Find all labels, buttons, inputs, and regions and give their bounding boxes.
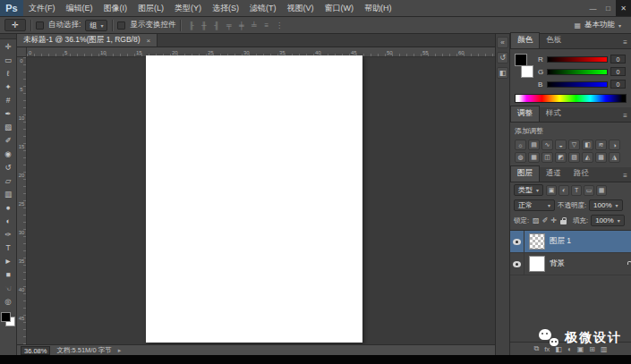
hue-saturation-icon[interactable]: ◧ <box>582 140 593 150</box>
channel-value-field[interactable]: 0 <box>610 80 626 89</box>
workspace-switcher[interactable]: ▦ 基本功能 ▾ <box>568 20 627 30</box>
clone-stamp-tool[interactable]: ◉ <box>0 147 17 160</box>
blend-mode-dropdown[interactable]: 正常 ▾ <box>514 199 555 211</box>
fill-dropdown[interactable]: 100% ▾ <box>591 215 624 226</box>
document-canvas[interactable] <box>146 55 362 343</box>
type-tool[interactable]: T <box>0 241 17 254</box>
path-selection-tool[interactable]: ► <box>0 254 17 267</box>
visibility-cell[interactable] <box>510 253 524 275</box>
document-tab[interactable]: 未标题-1 @ 36.1%(图层 1, RGB/8) × <box>17 34 158 47</box>
hand-tool[interactable]: ☜ <box>0 281 17 294</box>
eraser-tool[interactable]: ▱ <box>0 174 17 187</box>
channel-slider[interactable] <box>547 56 608 63</box>
filter-adjustment-layers-icon[interactable]: ◐ <box>559 185 569 196</box>
menu-item[interactable]: 图层(L) <box>132 0 169 16</box>
layer-thumbnail[interactable] <box>529 256 545 272</box>
brightness-contrast-icon[interactable]: ☼ <box>515 140 526 150</box>
zoom-level-field[interactable]: 36.08% <box>21 346 50 355</box>
tab-adjustments[interactable]: 调整 <box>510 106 540 122</box>
tab-channels[interactable]: 通道 <box>540 166 567 182</box>
menu-item[interactable]: 编辑(E) <box>61 0 98 16</box>
layer-thumbnail[interactable] <box>529 233 545 250</box>
align-middle-icon[interactable]: ╪ <box>235 20 247 31</box>
minimize-icon[interactable]: — <box>585 0 601 16</box>
menu-item[interactable]: 图像(I) <box>98 0 133 16</box>
selective-color-icon[interactable]: ◮ <box>609 152 620 163</box>
eyedropper-tool[interactable]: ✒ <box>0 106 17 120</box>
align-left-icon[interactable]: ╟ <box>185 20 197 31</box>
move-tool[interactable]: ✛ <box>0 39 17 53</box>
tab-paths[interactable]: 路径 <box>567 166 595 182</box>
distribute-vertical-icon[interactable]: ⋮ <box>273 20 285 31</box>
ruler-origin[interactable] <box>17 47 27 57</box>
vibrance-icon[interactable]: ▽ <box>568 140 580 150</box>
blur-tool[interactable]: ● <box>0 200 17 214</box>
invert-icon[interactable]: ◩ <box>555 152 567 163</box>
tab-layers[interactable]: 图层 <box>510 165 540 182</box>
color-spectrum-ramp[interactable] <box>515 94 627 103</box>
menu-item[interactable]: 类型(Y) <box>169 0 207 16</box>
close-icon[interactable]: ✕ <box>616 0 631 16</box>
filter-smart-objects-icon[interactable]: ▦ <box>596 185 607 196</box>
align-top-icon[interactable]: ╤ <box>223 20 234 31</box>
color-balance-icon[interactable]: ≋ <box>595 140 607 150</box>
layer-row-background[interactable]: 背景 <box>510 253 631 275</box>
lock-position-icon[interactable]: ✛ <box>550 216 558 224</box>
filter-pixel-layers-icon[interactable]: ▣ <box>546 185 557 196</box>
layer-row-layer-1[interactable]: 图层 1 <box>510 231 631 253</box>
healing-brush-tool[interactable]: ▧ <box>0 120 17 133</box>
filter-shape-layers-icon[interactable]: ▭ <box>584 185 594 196</box>
foreground-color-swatch[interactable] <box>515 54 527 66</box>
foreground-color-swatch[interactable] <box>1 312 11 322</box>
threshold-icon[interactable]: ◭ <box>582 152 593 163</box>
distribute-horizontal-icon[interactable]: ≡ <box>260 20 272 31</box>
vertical-ruler[interactable]: 051015202530354045 <box>17 57 27 344</box>
opacity-dropdown[interactable]: 100% ▾ <box>589 199 622 211</box>
channel-slider[interactable] <box>547 81 608 88</box>
channel-value-field[interactable]: 0 <box>610 67 626 76</box>
curves-icon[interactable]: ∿ <box>541 140 553 150</box>
tab-color[interactable]: 颜色 <box>510 32 540 48</box>
levels-icon[interactable]: ▤ <box>528 140 540 150</box>
zoom-tool[interactable]: ◎ <box>0 294 17 308</box>
lock-all-icon[interactable] <box>560 220 567 224</box>
show-transform-checkbox[interactable] <box>117 21 125 30</box>
layer-filter-dropdown[interactable]: 类型 ▾ <box>514 184 543 196</box>
color-lookup-icon[interactable]: ◫ <box>541 152 553 163</box>
menu-item[interactable]: 滤镜(T) <box>244 0 282 16</box>
quick-selection-tool[interactable]: ✦ <box>0 80 17 93</box>
pen-tool[interactable]: ✑ <box>0 227 17 241</box>
status-options-arrow-icon[interactable]: ▸ <box>118 347 122 354</box>
channel-value-field[interactable]: 0 <box>610 55 626 63</box>
expand-panels-icon[interactable]: « <box>497 37 508 48</box>
menu-item[interactable]: 帮助(H) <box>359 0 397 16</box>
document-size-info[interactable]: 文档:5.51M/0 字节 <box>56 346 111 355</box>
gradient-map-icon[interactable]: ▩ <box>595 152 607 163</box>
history-brush-tool[interactable]: ↺ <box>0 160 17 174</box>
history-panel-icon[interactable]: ↺ <box>497 52 508 63</box>
menu-item[interactable]: 窗口(W) <box>320 0 360 16</box>
menu-item[interactable]: 文件(F) <box>23 0 61 16</box>
photo-filter-icon[interactable]: ◍ <box>515 152 526 163</box>
posterize-icon[interactable]: ▨ <box>568 152 580 163</box>
canvas-area[interactable]: 051015202530354045505560 051015202530354… <box>17 47 495 344</box>
current-tool-icon[interactable]: ✛ <box>4 19 26 31</box>
align-bottom-icon[interactable]: ╧ <box>248 20 260 31</box>
panel-menu-icon[interactable]: ≡ <box>619 38 631 48</box>
align-center-horizontal-icon[interactable]: ╫ <box>198 20 209 31</box>
dodge-tool[interactable]: ◐ <box>0 214 17 227</box>
menu-item[interactable]: 选择(S) <box>207 0 244 16</box>
tab-styles[interactable]: 样式 <box>540 106 567 122</box>
auto-select-dropdown[interactable]: 组 ▾ <box>85 20 107 31</box>
background-color-swatch[interactable] <box>521 65 533 78</box>
properties-panel-icon[interactable]: ◧ <box>497 67 508 79</box>
lock-transparency-icon[interactable]: ▨ <box>532 216 541 224</box>
tab-swatches[interactable]: 色板 <box>540 33 567 48</box>
channel-slider[interactable] <box>547 69 608 75</box>
rectangle-tool[interactable]: ■ <box>0 267 17 281</box>
lasso-tool[interactable]: ℓ <box>0 66 17 80</box>
black-white-icon[interactable]: ◑ <box>609 140 620 150</box>
brush-tool[interactable]: ✐ <box>0 133 17 147</box>
align-right-icon[interactable]: ╢ <box>210 20 222 31</box>
lock-pixels-icon[interactable]: ✐ <box>541 216 550 224</box>
